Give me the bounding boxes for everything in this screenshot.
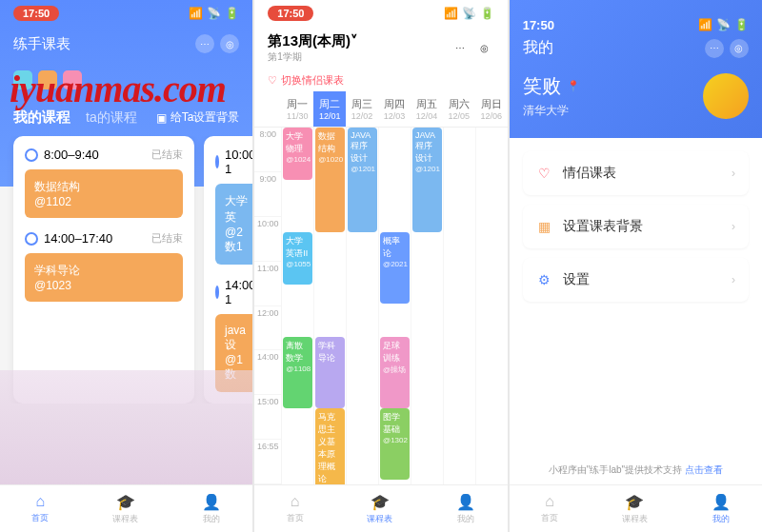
column-mon: 大学物理@1024大学英语II@1055离散数学@1108创业基础@1025 [281, 128, 313, 484]
semester-label: 第1学期 [268, 50, 358, 64]
nav-mine[interactable]: 👤 我的 [202, 493, 221, 525]
course-loc: @2数1 [225, 226, 250, 255]
nav-schedule[interactable]: 🎓 课程表 [112, 493, 138, 525]
switch-couple-link[interactable]: ♡ 切换情侣课表 [254, 69, 507, 91]
bottom-nav: ⌂ 首页 🎓 课程表 👤 我的 [0, 484, 252, 532]
time-slot: 14:00 [254, 350, 281, 395]
column-wed: JAVA程序设计@1201 [346, 128, 378, 484]
event-loc: @1020 [318, 155, 342, 164]
nav-mine[interactable]: 👤 我的 [712, 493, 731, 525]
footer-link[interactable]: 点击查看 [685, 464, 723, 475]
chevron-right-icon: › [732, 220, 735, 233]
card-time-row: 14:00–1 [215, 278, 252, 306]
day-tue[interactable]: 周二12/01 [313, 91, 346, 127]
target-button[interactable]: ◎ [475, 39, 494, 58]
ta-course-card[interactable]: 10:00–1 大学英 @2数1 14:00–1 java设 @1数 [204, 136, 252, 404]
profile-school: 清华大学 [523, 103, 580, 119]
heart-icon: ♡ [268, 74, 277, 87]
day-wed[interactable]: 周三12/02 [346, 91, 378, 127]
home-icon: ⌂ [545, 493, 554, 510]
schedule-event[interactable]: 马克思主义基本原理概论 [315, 408, 345, 484]
battery-icon: 🔋 [480, 7, 494, 20]
event-name: 概率论 [383, 235, 407, 260]
signal-icon: 📶 [698, 18, 712, 31]
more-button[interactable]: ⋯ [195, 34, 214, 53]
target-button[interactable]: ◎ [220, 34, 239, 53]
home-icon: ⌂ [291, 493, 300, 510]
nav-home[interactable]: ⌂ 首页 [287, 493, 304, 524]
menu-item[interactable]: ♡情侣课表› [523, 151, 749, 195]
schedule-event[interactable]: 数据结构@1020 [315, 128, 345, 232]
chevron-right-icon: › [732, 273, 735, 286]
wifi-icon: 📡 [207, 7, 221, 20]
header-row: 我的 ⋯ ◎ [523, 38, 749, 58]
schedule-event[interactable]: JAVA程序设计@1201 [412, 128, 442, 232]
tab-ta-courses[interactable]: ta的课程 [86, 109, 137, 127]
course-loc: @1023 [34, 279, 173, 292]
schedule-event[interactable]: JAVA程序设计@1201 [348, 128, 377, 232]
status-time: 17:50 [523, 18, 554, 32]
event-loc: @1055 [286, 260, 310, 268]
target-button[interactable]: ◎ [730, 39, 749, 58]
day-fri[interactable]: 周五12/04 [411, 91, 443, 127]
person-icon: 👤 [202, 493, 221, 511]
menu-item[interactable]: ▦设置课表背景› [523, 205, 749, 248]
nav-home[interactable]: ⌂ 首页 [31, 493, 49, 524]
nav-schedule[interactable]: 🎓 课程表 [622, 493, 648, 525]
schedule-event[interactable]: 概率论@2021 [380, 232, 410, 304]
watermark: iyuanmas.com [10, 67, 226, 111]
cards-row: 8:00–9:40 已结束 数据结构 @1102 14:00–17:40 已结束… [0, 136, 252, 404]
menu-label: 设置课表背景 [563, 218, 722, 235]
status-bar: 17:50 📶 📡 🔋 [0, 0, 252, 27]
week-title[interactable]: 第13周(本周)˅ [268, 32, 358, 50]
course-tabs: 我的课程 ta的课程 ▣ 给Ta设置背景 [0, 108, 252, 136]
set-background-link[interactable]: ▣ 给Ta设置背景 [156, 109, 240, 126]
nav-schedule[interactable]: 🎓 课程表 [367, 493, 392, 525]
course-loc: @1102 [34, 195, 173, 208]
column-fri: JAVA程序设计@1201 [411, 128, 443, 484]
menu-icon: ⚙ [536, 271, 553, 288]
avatar[interactable] [703, 73, 749, 119]
menu-label: 设置 [563, 271, 722, 288]
nav-home[interactable]: ⌂ 首页 [541, 493, 558, 524]
bottom-nav: ⌂ 首页 🎓 课程表 👤 我的 [254, 484, 507, 532]
column-sat [443, 128, 475, 484]
menu-item[interactable]: ⚙设置› [523, 258, 749, 302]
my-course-card[interactable]: 8:00–9:40 已结束 数据结构 @1102 14:00–17:40 已结束… [13, 136, 194, 404]
status-icons: 📶 📡 🔋 [189, 7, 239, 20]
bottom-nav: ⌂ 首页 🎓 课程表 👤 我的 [510, 484, 762, 532]
event-name: 数据结构 [318, 130, 342, 155]
event-name: JAVA程序设计 [415, 130, 439, 165]
status-bar: 17:50 📶 📡 🔋 [254, 0, 507, 27]
schedule-event[interactable]: 大学英语II@1055 [283, 232, 312, 285]
dot-icon [25, 232, 38, 246]
more-button[interactable]: ⋯ [705, 39, 724, 58]
schedule-event[interactable]: 学科导论 [315, 337, 345, 408]
battery-icon: 🔋 [225, 7, 239, 20]
event-loc: @2021 [383, 260, 407, 268]
day-mon[interactable]: 周一11/30 [281, 91, 313, 127]
event-name: JAVA程序设计 [351, 130, 374, 165]
time-slot: 12:00 [254, 306, 281, 351]
status-time: 17:50 [13, 6, 59, 21]
day-thu[interactable]: 周四12/03 [378, 91, 411, 127]
schedule-event[interactable]: 离散数学@1108 [283, 337, 312, 408]
time-slot: 15:00 [254, 395, 281, 440]
schedule-event[interactable]: 大学物理@1024 [283, 128, 312, 180]
schedule-event[interactable]: 图学基础@1302 [380, 408, 410, 480]
time-slot: 16:55 [254, 440, 281, 484]
page-title: 我的 [523, 38, 553, 58]
day-sat[interactable]: 周六12/05 [443, 91, 475, 127]
schedule-event[interactable]: 足球训练@操场 [380, 337, 410, 408]
image-icon: ▣ [156, 111, 167, 125]
more-button[interactable]: ⋯ [451, 39, 470, 58]
course-block: 大学英 @2数1 [215, 184, 252, 265]
day-sun[interactable]: 周日12/06 [475, 91, 508, 127]
app-title: 练手课表 [13, 35, 70, 53]
column-thu: 概率论@2021足球训练@操场图学基础@1302 [378, 128, 411, 484]
event-loc: @1108 [286, 365, 310, 373]
dot-icon [25, 148, 38, 162]
column-sun [475, 128, 508, 484]
header: 练手课表 ⋯ ◎ [0, 27, 252, 61]
nav-mine[interactable]: 👤 我的 [456, 493, 475, 525]
